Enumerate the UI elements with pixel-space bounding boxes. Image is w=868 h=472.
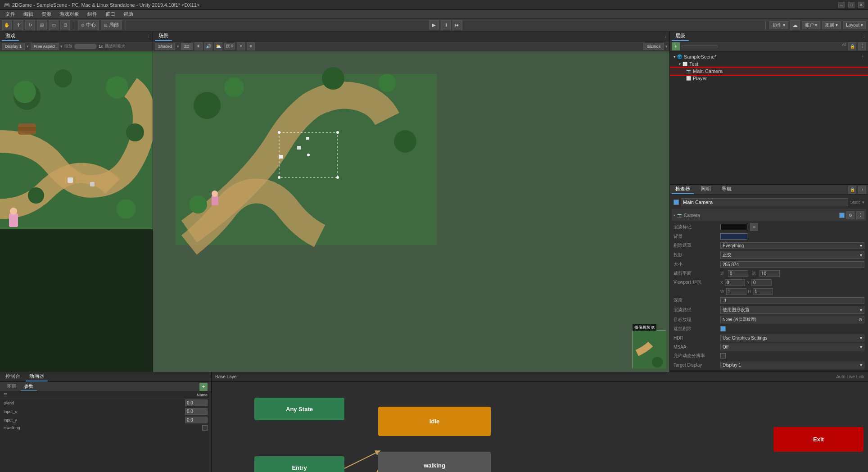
scene-toolbar-0[interactable]: 奴 0 (224, 43, 235, 50)
hierarchy-tab[interactable]: 层级 (672, 32, 689, 41)
menu-edit[interactable]: 编辑 (20, 10, 37, 18)
camera-more-icon[interactable]: ⋮ (856, 211, 864, 219)
inspector-tab[interactable]: 检查器 (672, 185, 694, 194)
auto-live-link-btn[interactable]: Auto Live Link (836, 374, 864, 379)
inspector-lock-icon[interactable]: 🔒 (848, 186, 856, 194)
navigation-tab[interactable]: 导航 (718, 185, 735, 194)
viewport-w[interactable] (726, 288, 746, 295)
blend-input[interactable] (185, 399, 208, 406)
layout-dropdown[interactable]: Layout ▾ (843, 21, 866, 29)
pause-button[interactable]: ⏸ (441, 20, 451, 30)
camera-section-label: Camera (684, 213, 700, 218)
hierarchy-panel-options[interactable]: ⋮ (862, 34, 866, 39)
hierarchy-search[interactable] (682, 45, 718, 47)
entry-node[interactable]: Entry (254, 456, 344, 472)
render-flag-edit-icon[interactable]: ✏ (750, 223, 758, 231)
culling-mask-dropdown[interactable]: Everything▾ (720, 242, 864, 249)
msaa-dropdown[interactable]: Off▾ (720, 344, 864, 350)
hierarchy-lock-icon[interactable]: 🔒 (848, 42, 856, 50)
input-x-input[interactable] (185, 408, 208, 415)
params-add-icon[interactable]: + (199, 383, 208, 391)
background-color[interactable] (720, 233, 747, 240)
hierarchy-item-player[interactable]: ⬜ Player (670, 75, 868, 82)
layers-dropdown[interactable]: 图层 ▾ (822, 21, 841, 29)
menu-assets[interactable]: 资源 (38, 10, 55, 18)
close-button[interactable]: ✕ (858, 2, 864, 8)
render-path-dropdown[interactable]: 使用图形设置▾ (720, 306, 864, 314)
move-tool[interactable]: ✛ (14, 20, 23, 30)
local-toggle[interactable]: ⊡ 局部 (101, 20, 122, 30)
far-clip-input[interactable] (760, 270, 780, 277)
viewport-x[interactable] (725, 279, 745, 286)
dynamic-res-checkbox[interactable] (720, 353, 726, 359)
play-button[interactable]: ▶ (429, 20, 439, 30)
iswalking-checkbox[interactable] (202, 425, 208, 431)
cloud-btn[interactable]: ☁ (790, 20, 800, 30)
menu-window[interactable]: 窗口 (102, 10, 119, 18)
center-toggle[interactable]: ⊙ 中心 (78, 20, 99, 30)
rotate-tool[interactable]: ↻ (25, 20, 35, 30)
projection-dropdown[interactable]: 正交▾ (720, 251, 864, 259)
layers-tab[interactable]: 图层 (4, 382, 20, 391)
hdr-dropdown[interactable]: Use Graphics Settings▾ (720, 335, 864, 341)
size-input[interactable] (720, 261, 864, 268)
minimize-button[interactable]: ─ (838, 2, 845, 8)
step-button[interactable]: ⏭ (452, 20, 462, 30)
hierarchy-item-test[interactable]: ▾ ⬜ Test (670, 60, 868, 68)
depth-input[interactable] (720, 297, 864, 304)
viewport-y[interactable] (751, 279, 772, 286)
game-panel-options[interactable]: ⋮ (147, 34, 151, 39)
object-enable-checkbox[interactable] (674, 200, 679, 205)
maximize-button[interactable]: □ (848, 2, 854, 8)
inspector-options-icon[interactable]: ⋮ (858, 186, 866, 194)
target-display-dropdown[interactable]: Display 1▾ (720, 362, 864, 368)
params-tab-btn[interactable]: 参数 (21, 382, 37, 391)
idle-node[interactable]: Idle (378, 407, 491, 436)
gizmos-dropdown[interactable]: Gizmos (643, 43, 664, 50)
scene-grid-icon[interactable]: ⊗ (247, 42, 255, 50)
fx-icon[interactable]: ⛅ (214, 42, 222, 50)
console-tab[interactable]: 控制台 (2, 372, 24, 381)
scene-search-icon[interactable]: ✦ (237, 42, 245, 50)
hierarchy-scene-root[interactable]: ▾ 🌐 SampleScene* ⋮ (670, 53, 868, 60)
light-icon[interactable]: ☀ (194, 42, 203, 50)
account-dropdown[interactable]: 账户 ▾ (802, 21, 821, 29)
lighting-tab[interactable]: 照明 (697, 185, 714, 194)
audio-icon[interactable]: 🔊 (204, 42, 212, 50)
viewport-h[interactable] (753, 288, 773, 295)
scene-options-icon[interactable]: ⋮ (860, 54, 864, 59)
scene-tab[interactable]: 场景 (155, 32, 172, 41)
walking-node[interactable]: walking (378, 452, 491, 472)
2d-toggle[interactable]: 2D (181, 43, 193, 50)
hierarchy-options-icon[interactable]: ⋮ (858, 42, 866, 50)
exit-node[interactable]: Exit (773, 427, 863, 452)
rect-tool[interactable]: ▭ (49, 20, 59, 30)
menu-file[interactable]: 文件 (2, 10, 19, 18)
occlusion-checkbox[interactable] (720, 326, 726, 331)
row-target-display: Target Display Display 1▾ (672, 360, 866, 369)
hand-tool[interactable]: ✋ (2, 20, 12, 30)
aspect-dropdown[interactable]: Free Aspect (31, 43, 59, 50)
target-texture-dropdown[interactable]: None (首染器纹理)⊙ (720, 316, 864, 323)
menu-component[interactable]: 组件 (84, 10, 101, 18)
hierarchy-add-btn[interactable]: + (672, 42, 680, 50)
game-tab[interactable]: 游戏 (2, 32, 19, 41)
scene-panel-options[interactable]: ⋮ (664, 34, 668, 39)
object-name-input[interactable] (681, 198, 848, 206)
animator-tab-btn[interactable]: 动画器 (26, 372, 48, 381)
scale-slider[interactable] (74, 44, 97, 49)
near-clip-input[interactable] (728, 270, 748, 277)
camera-enable-checkbox[interactable] (839, 213, 845, 218)
shading-dropdown[interactable]: Shaded (155, 43, 175, 50)
collaborate-dropdown[interactable]: 协作 ▾ (769, 21, 788, 29)
display-dropdown[interactable]: Display 1 (2, 43, 25, 50)
transform-tool[interactable]: ⊡ (60, 20, 70, 30)
scale-tool[interactable]: ⊞ (37, 20, 47, 30)
input-y-input[interactable] (185, 417, 208, 423)
menu-gameobject[interactable]: 游戏对象 (56, 10, 83, 18)
camera-settings-icon[interactable]: ⚙ (846, 211, 854, 219)
hierarchy-item-main-camera[interactable]: 📷 Main Camera (670, 68, 868, 75)
menu-help[interactable]: 帮助 (120, 10, 137, 18)
any-state-node[interactable]: Any State (254, 398, 344, 420)
render-flag-color[interactable] (720, 224, 747, 230)
